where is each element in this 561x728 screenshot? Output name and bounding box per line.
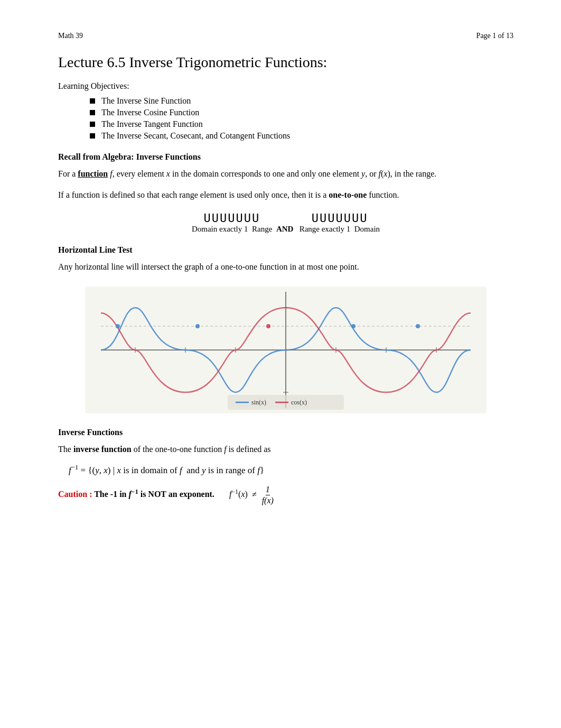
one-to-one-term: one-to-one — [329, 190, 367, 199]
list-item: The Inverse Cosine Function — [90, 108, 513, 117]
f-var: f — [224, 445, 226, 454]
section1-para1: For a function f, every element x in the… — [58, 167, 513, 181]
page-header: Math 39 Page 1 of 13 — [58, 32, 513, 40]
svg-text:sin(x): sin(x) — [251, 399, 266, 406]
para1-y: y — [361, 169, 365, 178]
mapping-symbols-left: UUUUUUU — [204, 211, 260, 225]
bullet-icon — [90, 98, 95, 104]
para1-fx: f — [379, 169, 381, 178]
section2-heading: Horizontal Line Test — [58, 245, 513, 255]
inverse-function-term: inverse function — [73, 445, 132, 454]
list-item-text: The Inverse Tangent Function — [101, 119, 203, 129]
bullet-icon — [90, 110, 95, 115]
list-item-text: The Inverse Sine Function — [101, 96, 191, 106]
list-item-text: The Inverse Secant, Cosecant, and Cotang… — [101, 131, 290, 141]
page-info: Page 1 of 13 — [476, 32, 513, 40]
svg-point-16 — [416, 324, 420, 328]
graph-area: sin(x) cos(x) — [58, 284, 513, 416]
main-title: Lecture 6.5 Inverse Trigonometric Functi… — [58, 53, 513, 72]
function-term: function — [78, 169, 108, 178]
section2-para: Any horizontal line will intersect the g… — [58, 260, 513, 274]
svg-text:cos(x): cos(x) — [291, 399, 307, 406]
mapping-symbols-right: UUUUUUU — [312, 211, 368, 225]
section1-heading: Recall from Algebra: Inverse Functions — [58, 152, 513, 162]
caution-fraction: 1 f(x) — [262, 485, 274, 505]
para1-x: x — [166, 169, 170, 178]
list-item: The Inverse Tangent Function — [90, 119, 513, 129]
section3-para: The inverse function of the one-to-one f… — [58, 443, 513, 456]
fraction-numerator: 1 — [266, 485, 270, 495]
section1-para2: If a function is defined so that each ra… — [58, 188, 513, 202]
learning-objectives-label: Learning Objectives: — [58, 81, 513, 91]
mapping-text-row: Domain exactly 1 Range AND Range exactly… — [58, 225, 513, 234]
list-item: The Inverse Secant, Cosecant, and Cotang… — [90, 131, 513, 141]
caution-not-exponent: is NOT an exponent. — [141, 490, 214, 499]
course-label: Math 39 — [58, 32, 83, 40]
caution-text: The -1 in — [94, 490, 128, 499]
list-item-text: The Inverse Cosine Function — [101, 108, 199, 117]
para1-x2: x — [384, 169, 387, 178]
page: Math 39 Page 1 of 13 Lecture 6.5 Inverse… — [0, 0, 561, 728]
caution-label: Caution : — [58, 490, 94, 499]
sine-cosine-graph: sin(x) cos(x) — [85, 287, 487, 413]
learning-objectives-list: The Inverse Sine Function The Inverse Co… — [90, 96, 513, 141]
svg-point-12 — [116, 324, 120, 328]
mapping-diagram: UUUUUUU UUUUUUU Domain exactly 1 Range A… — [58, 211, 513, 234]
bullet-icon — [90, 122, 95, 127]
svg-point-15 — [351, 324, 356, 328]
para1-italic: f — [110, 169, 112, 178]
list-item: The Inverse Sine Function — [90, 96, 513, 106]
caution-line: Caution : The -1 in f−1 is NOT an expone… — [58, 485, 513, 505]
bullet-icon — [90, 133, 95, 139]
svg-point-14 — [266, 324, 270, 328]
svg-point-13 — [195, 324, 200, 328]
section3-heading: Inverse Functions — [58, 428, 513, 437]
inverse-function-definition: f−1 = {(y, x) | x is in domain of f and … — [69, 464, 513, 476]
fraction-denominator: f(x) — [262, 495, 274, 505]
mapping-symbols-row: UUUUUUU UUUUUUU — [58, 211, 513, 225]
